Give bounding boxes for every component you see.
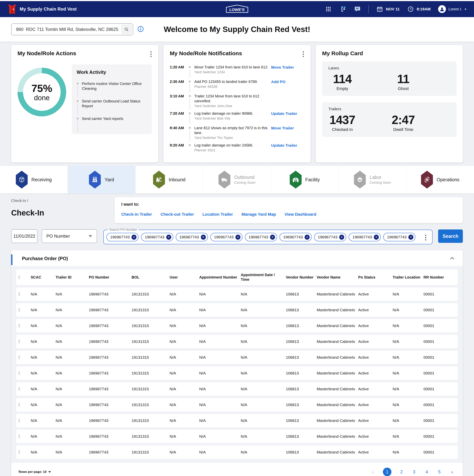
po-chip[interactable]: 196967743 ✕ bbox=[141, 233, 173, 241]
row-checkbox[interactable] bbox=[19, 450, 19, 454]
po-chip[interactable]: 196967743 ✕ bbox=[106, 233, 138, 241]
link-view-dashboard[interactable]: View Dashboard bbox=[285, 212, 316, 217]
page-number-3[interactable]: 3 bbox=[411, 470, 417, 475]
row-checkbox[interactable] bbox=[19, 340, 19, 343]
page-number-1[interactable]: 1 bbox=[383, 468, 391, 476]
column-header-trailer-id[interactable]: Trailer ID bbox=[56, 275, 89, 280]
search-icon[interactable] bbox=[121, 25, 132, 34]
notification-subtext: Yard Switcher 1234 bbox=[194, 70, 271, 74]
table-row[interactable]: N/A N/A 196967743 19131315 N/A N/A N/A 1… bbox=[16, 287, 458, 301]
row-checkbox[interactable] bbox=[19, 355, 19, 359]
notification-action-link[interactable]: Add PO bbox=[271, 79, 304, 91]
table-row[interactable]: N/A N/A 196967743 19131315 N/A N/A N/A 1… bbox=[16, 303, 458, 317]
cell-appointment-date-time: N/A bbox=[241, 402, 286, 407]
column-header-rr-number[interactable]: RR Number bbox=[423, 275, 457, 280]
notification-action-link[interactable]: Update Trailer bbox=[271, 111, 304, 122]
notification-action-link[interactable]: Update Trailer bbox=[271, 143, 304, 154]
po-chip[interactable]: 196967743 ✕ bbox=[245, 233, 277, 241]
chip-remove-icon[interactable]: ✕ bbox=[339, 235, 344, 240]
column-header-appointment-number[interactable]: Appointment Number bbox=[199, 275, 241, 280]
facility-search-input[interactable] bbox=[12, 27, 121, 32]
chip-remove-icon[interactable]: ✕ bbox=[408, 235, 413, 240]
table-row[interactable]: N/A N/A 196967743 19131315 N/A N/A N/A 1… bbox=[16, 445, 458, 459]
column-header-po-number[interactable]: PO Number bbox=[89, 275, 132, 280]
row-checkbox[interactable] bbox=[19, 308, 19, 312]
notification-action-link[interactable]: Move Trailer bbox=[271, 65, 304, 76]
tab-operations[interactable]: Operations bbox=[406, 166, 474, 193]
po-chip[interactable]: 196967743 ✕ bbox=[210, 233, 242, 241]
column-header-scac[interactable]: SCAC bbox=[31, 275, 56, 280]
chip-remove-icon[interactable]: ✕ bbox=[374, 235, 379, 240]
chip-remove-icon[interactable]: ✕ bbox=[201, 235, 206, 240]
date-display[interactable]: NOV 11 bbox=[376, 6, 400, 13]
table-row[interactable]: N/A N/A 196967743 19131315 N/A N/A N/A 1… bbox=[16, 382, 458, 396]
row-checkbox[interactable] bbox=[19, 324, 19, 328]
date-input[interactable]: 11/01/2022 bbox=[11, 229, 37, 243]
table-row[interactable]: N/A N/A 196967743 19131315 N/A N/A N/A 1… bbox=[16, 350, 458, 364]
po-chip[interactable]: 196967743 ✕ bbox=[383, 233, 415, 241]
row-checkbox[interactable] bbox=[19, 387, 19, 391]
tab-facility[interactable]: Facility bbox=[271, 166, 339, 193]
page-number-4[interactable]: 4 bbox=[424, 470, 429, 475]
column-header-user[interactable]: User bbox=[169, 275, 199, 280]
table-row[interactable]: N/A N/A 196967743 19131315 N/A N/A N/A 1… bbox=[16, 335, 458, 349]
po-chip[interactable]: 196967743 ✕ bbox=[176, 233, 208, 241]
column-header-vendor-number[interactable]: Vendor Number bbox=[286, 275, 317, 280]
timeline-dot-icon bbox=[188, 94, 194, 108]
table-row[interactable]: N/A N/A 196967743 19131315 N/A N/A N/A 1… bbox=[16, 413, 458, 428]
kebab-menu-icon[interactable] bbox=[424, 234, 427, 241]
row-checkbox[interactable] bbox=[19, 371, 19, 375]
info-icon[interactable] bbox=[137, 26, 144, 33]
apps-grid-icon[interactable] bbox=[325, 6, 332, 13]
po-chip[interactable]: 196967743 ✕ bbox=[279, 233, 312, 241]
tab-inbound[interactable]: Inbound bbox=[135, 166, 203, 193]
column-header-trailer-location[interactable]: Trailer Location bbox=[392, 275, 423, 280]
tab-receiving[interactable]: Receiving bbox=[0, 166, 68, 193]
chip-remove-icon[interactable]: ✕ bbox=[305, 235, 310, 240]
i-want-to-card: I want to: Check-in Trailer Check-out Tr… bbox=[115, 197, 463, 223]
column-header-appointment-date-time[interactable]: Appointment Date / Time bbox=[241, 272, 286, 282]
link-check-in-trailer[interactable]: Check-in Trailer bbox=[121, 212, 152, 217]
rollup-card: My Rollup Card Lanes 114 Empty 11 Ghost … bbox=[316, 45, 463, 163]
user-menu[interactable]: Lorem I. ▾ bbox=[438, 5, 466, 13]
collapse-chevron-icon[interactable] bbox=[450, 256, 455, 261]
table-row[interactable]: N/A N/A 196967743 19131315 N/A N/A N/A 1… bbox=[16, 429, 458, 443]
table-row[interactable]: N/A N/A 196967743 19131315 N/A N/A N/A 1… bbox=[16, 366, 458, 380]
table-body: N/A N/A 196967743 19131315 N/A N/A N/A 1… bbox=[16, 287, 458, 459]
column-header-vendor-name[interactable]: Vendor Name bbox=[317, 275, 358, 280]
row-checkbox[interactable] bbox=[19, 419, 19, 423]
kebab-menu-icon[interactable] bbox=[150, 51, 152, 58]
link-check-out-trailer[interactable]: Check-out Trailer bbox=[160, 212, 194, 217]
link-location-trailer[interactable]: Location Trailer bbox=[203, 212, 233, 217]
page-number-2[interactable]: 2 bbox=[399, 470, 404, 475]
chip-remove-icon[interactable]: ✕ bbox=[236, 235, 240, 240]
page-number-5[interactable]: 5 bbox=[437, 470, 442, 475]
row-checkbox[interactable] bbox=[19, 434, 19, 438]
tab-yard[interactable]: Yard bbox=[68, 166, 135, 193]
time-display[interactable]: 8:19AM bbox=[407, 6, 431, 13]
po-chip[interactable]: 196967743 ✕ bbox=[314, 233, 346, 241]
rows-per-page-select[interactable]: Rows per page: 10 bbox=[18, 470, 51, 474]
row-checkbox[interactable] bbox=[19, 292, 19, 296]
cell-bol: 19131315 bbox=[132, 339, 169, 344]
chip-remove-icon[interactable]: ✕ bbox=[166, 235, 171, 240]
chat-icon[interactable] bbox=[354, 6, 361, 13]
po-chip[interactable]: 196967743 ✕ bbox=[349, 233, 381, 241]
table-row[interactable]: N/A N/A 196967743 19131315 N/A N/A N/A 1… bbox=[16, 398, 458, 412]
table-row[interactable]: N/A N/A 196967743 19131315 N/A N/A N/A 1… bbox=[16, 319, 458, 333]
column-header-bol[interactable]: BOL bbox=[132, 275, 169, 280]
link-manage-yard-map[interactable]: Manage Yard Map bbox=[241, 212, 276, 217]
row-checkbox[interactable] bbox=[19, 403, 19, 407]
notification-action-link[interactable]: Move Trailer bbox=[271, 125, 304, 140]
kebab-menu-icon[interactable] bbox=[302, 51, 305, 58]
cell-po-status: Active bbox=[358, 307, 392, 312]
column-header-po-status[interactable]: Po Status bbox=[358, 275, 392, 280]
warehouse-icon bbox=[290, 171, 302, 188]
chip-remove-icon[interactable]: ✕ bbox=[270, 235, 275, 240]
cell-po-number: 196967743 bbox=[89, 402, 132, 407]
search-button[interactable]: Search bbox=[438, 229, 463, 243]
chip-remove-icon[interactable]: ✕ bbox=[132, 235, 136, 240]
select-all-checkbox[interactable] bbox=[19, 275, 19, 279]
po-type-select[interactable]: PO Number bbox=[42, 229, 97, 243]
signout-badge-icon[interactable] bbox=[339, 6, 346, 13]
